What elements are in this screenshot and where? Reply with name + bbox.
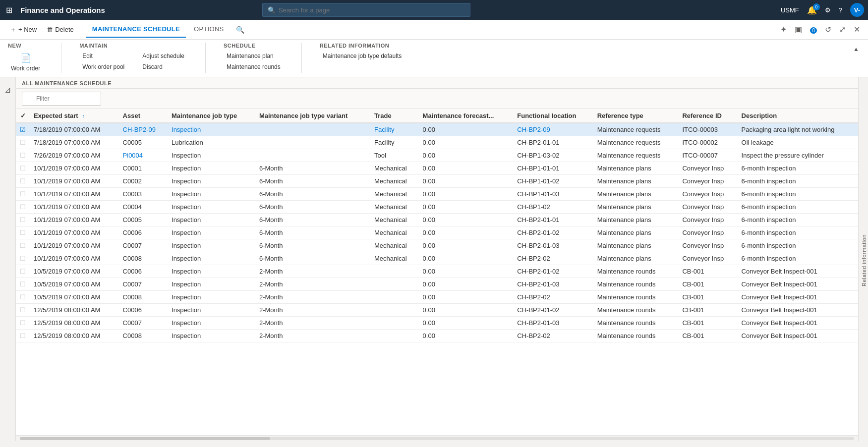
table-row[interactable]: ☐10/5/2019 07:00:00 AMC0007Inspection2-M…: [16, 278, 858, 291]
table-body: ☑7/18/2019 07:00:00 AMCH-BP2-09Inspectio…: [16, 123, 858, 342]
link-trade[interactable]: Facility: [374, 126, 394, 133]
tab-options[interactable]: OPTIONS: [188, 21, 230, 38]
table-row[interactable]: ☐10/1/2019 07:00:00 AMC0003Inspection6-M…: [16, 188, 858, 201]
settings-icon[interactable]: ⚙: [825, 6, 831, 14]
user-avatar[interactable]: V-: [850, 3, 864, 17]
table-row[interactable]: ☐12/5/2019 08:00:00 AMC0007Inspection2-M…: [16, 317, 858, 330]
table-row[interactable]: ☐7/26/2019 07:00:00 AMPi0004InspectionTo…: [16, 149, 858, 162]
new-button[interactable]: ＋ + New: [6, 23, 41, 36]
scroll-track[interactable]: [20, 437, 854, 440]
row-checkbox[interactable]: ☐: [16, 149, 30, 162]
office-icon[interactable]: ▣: [793, 23, 804, 36]
related-info-panel[interactable]: Related information: [858, 77, 868, 441]
row-checkbox[interactable]: ☐: [16, 278, 30, 291]
notification-bell[interactable]: 🔔 0: [807, 5, 817, 15]
edit-action[interactable]: Edit: [79, 52, 127, 60]
col-expected-start[interactable]: Expected start ↑: [30, 109, 119, 123]
filter-funnel-icon[interactable]: ⊿: [4, 85, 11, 95]
col-functional-location[interactable]: Functional location: [513, 109, 593, 123]
settings-wheel-icon[interactable]: ✦: [778, 23, 789, 36]
col-description[interactable]: Description: [738, 109, 858, 123]
related-group-title: RELATED INFORMATION: [320, 43, 405, 49]
table-row[interactable]: ☐10/1/2019 07:00:00 AMC0007Inspection6-M…: [16, 239, 858, 252]
cell-job_type_variant: 6-Month: [255, 188, 370, 201]
row-checkbox[interactable]: ☐: [16, 188, 30, 201]
row-checkbox[interactable]: ☐: [16, 291, 30, 304]
row-checkbox[interactable]: ☐: [16, 136, 30, 149]
work-order-pool-action[interactable]: Work order pool: [79, 62, 127, 71]
cell-description: Conveyor Belt Inspect-001: [738, 317, 858, 330]
table-row[interactable]: ☐10/1/2019 07:00:00 AMC0002Inspection6-M…: [16, 175, 858, 188]
row-checkbox[interactable]: ☐: [16, 239, 30, 252]
cell-expected_start: 10/5/2019 07:00:00 AM: [30, 265, 119, 278]
horizontal-scrollbar[interactable]: [16, 435, 858, 441]
col-forecast[interactable]: Maintenance forecast...: [419, 109, 514, 123]
table-row[interactable]: ☐10/1/2019 07:00:00 AMC0005Inspection6-M…: [16, 214, 858, 226]
row-checkbox[interactable]: ☐: [16, 304, 30, 317]
table-row[interactable]: ☐7/18/2019 07:00:00 AMC0005LubricationFa…: [16, 136, 858, 149]
select-all-header[interactable]: ✓: [16, 109, 30, 123]
search-input[interactable]: [279, 6, 465, 14]
row-checkbox[interactable]: ☐: [16, 317, 30, 330]
col-reference-id[interactable]: Reference ID: [678, 109, 737, 123]
toolbar-search-icon[interactable]: 🔍: [236, 26, 244, 34]
row-checkbox[interactable]: ☑: [16, 123, 30, 136]
table-row[interactable]: ☐10/1/2019 07:00:00 AMC0004Inspection6-M…: [16, 201, 858, 214]
link-job_type[interactable]: Inspection: [172, 126, 201, 133]
close-icon[interactable]: ✕: [852, 23, 862, 36]
table-row[interactable]: ☐12/5/2019 08:00:00 AMC0008Inspection2-M…: [16, 330, 858, 342]
checkbox-unchecked-icon: ☐: [20, 242, 26, 249]
search-bar[interactable]: 🔍: [262, 3, 470, 17]
row-checkbox[interactable]: ☐: [16, 162, 30, 175]
delete-button[interactable]: 🗑 Delete: [43, 24, 78, 35]
refresh-icon[interactable]: ↺: [823, 23, 833, 36]
table-row[interactable]: ☐10/1/2019 07:00:00 AMC0006Inspection6-M…: [16, 226, 858, 239]
cell-asset[interactable]: Pi0004: [119, 149, 168, 162]
row-checkbox[interactable]: ☐: [16, 175, 30, 188]
col-job-type-variant-label: Maintenance job type variant: [259, 112, 347, 119]
row-checkbox[interactable]: ☐: [16, 214, 30, 226]
scroll-thumb[interactable]: [20, 437, 270, 440]
table-row[interactable]: ☐10/1/2019 07:00:00 AMC0001Inspection6-M…: [16, 162, 858, 175]
schedule-group-title: SCHEDULE: [224, 43, 284, 49]
link-asset[interactable]: Pi0004: [123, 152, 143, 159]
col-job-type[interactable]: Maintenance job type: [168, 109, 255, 123]
cell-expected_start: 10/1/2019 07:00:00 AM: [30, 252, 119, 265]
tab-maintenance-schedule[interactable]: MAINTENANCE SCHEDULE: [86, 21, 186, 38]
row-checkbox[interactable]: ☐: [16, 330, 30, 342]
cell-description: 6-month inspection: [738, 239, 858, 252]
link-functional_location[interactable]: CH-BP2-09: [517, 126, 550, 133]
table-row[interactable]: ☑7/18/2019 07:00:00 AMCH-BP2-09Inspectio…: [16, 123, 858, 136]
collapse-ribbon-icon[interactable]: ▲: [852, 45, 860, 54]
col-asset[interactable]: Asset: [119, 109, 168, 123]
table-row[interactable]: ☐10/1/2019 07:00:00 AMC0008Inspection6-M…: [16, 252, 858, 265]
col-trade[interactable]: Trade: [370, 109, 419, 123]
work-order-action[interactable]: 📄 Work order: [8, 52, 43, 73]
cell-asset[interactable]: CH-BP2-09: [119, 123, 168, 136]
adjust-schedule-action[interactable]: Adjust schedule: [139, 52, 187, 60]
grid-icon[interactable]: ⊞: [4, 3, 14, 17]
row-checkbox[interactable]: ☐: [16, 252, 30, 265]
help-icon[interactable]: ?: [839, 6, 842, 14]
maximize-icon[interactable]: ⤢: [837, 23, 848, 36]
job-type-defaults-action[interactable]: Maintenance job type defaults: [320, 52, 405, 60]
app-title: Finance and Operations: [20, 6, 105, 14]
row-checkbox[interactable]: ☐: [16, 201, 30, 214]
cell-job_type[interactable]: Inspection: [168, 123, 255, 136]
col-reference-type[interactable]: Reference type: [593, 109, 679, 123]
cell-trade[interactable]: Facility: [370, 123, 419, 136]
table-row[interactable]: ☐12/5/2019 08:00:00 AMC0006Inspection2-M…: [16, 304, 858, 317]
maintenance-rounds-action[interactable]: Maintenance rounds: [224, 62, 284, 71]
maintenance-plan-action[interactable]: Maintenance plan: [224, 52, 284, 60]
link-asset[interactable]: CH-BP2-09: [123, 126, 156, 133]
col-job-type-variant[interactable]: Maintenance job type variant: [255, 109, 370, 123]
table-row[interactable]: ☐10/5/2019 07:00:00 AMC0008Inspection2-M…: [16, 291, 858, 304]
row-checkbox[interactable]: ☐: [16, 226, 30, 239]
edit-label: Edit: [82, 53, 93, 59]
cell-forecast: 0.00: [419, 291, 514, 304]
table-row[interactable]: ☐10/5/2019 07:00:00 AMC0006Inspection2-M…: [16, 265, 858, 278]
discard-action[interactable]: Discard: [139, 62, 187, 71]
filter-input[interactable]: [22, 92, 101, 106]
row-checkbox[interactable]: ☐: [16, 265, 30, 278]
cell-functional_location[interactable]: CH-BP2-09: [513, 123, 593, 136]
